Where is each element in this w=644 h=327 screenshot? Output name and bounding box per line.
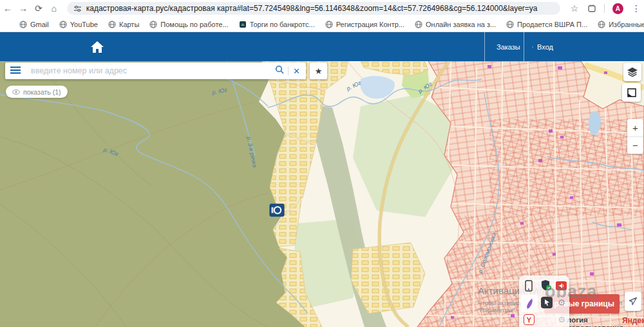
home-icon xyxy=(90,40,105,54)
cursor-tool-icon[interactable] xyxy=(541,297,553,308)
globe-favicon xyxy=(415,21,422,28)
reload-button[interactable]: ⟳ xyxy=(31,2,46,15)
globe-favicon xyxy=(325,21,333,28)
url-text[interactable]: кадастровая-карта.рус/кадастровая карта#… xyxy=(86,4,554,13)
yandex-browser-icon[interactable]: Y xyxy=(524,314,535,325)
zoom-in-button[interactable]: + xyxy=(627,119,643,137)
bookmark-item[interactable]: Онлайн заявка на з... xyxy=(411,19,500,30)
selected-parcel-marker[interactable] xyxy=(270,204,284,216)
extensions-icon[interactable] xyxy=(587,4,596,13)
settings-gear-icon[interactable]: ⚙ xyxy=(556,297,567,308)
site-settings-icon[interactable] xyxy=(73,5,82,13)
bookmark-item[interactable]: Регистрация Контр... xyxy=(321,19,408,30)
search-button[interactable] xyxy=(271,65,288,77)
area-select-icon xyxy=(627,88,637,98)
layers-button[interactable] xyxy=(623,63,641,81)
home-browser-button[interactable]: ⌂ xyxy=(46,2,62,15)
geolocation-icon xyxy=(629,297,638,306)
hamburger-icon xyxy=(10,66,21,74)
globe-favicon xyxy=(59,21,67,28)
menu-dots-icon[interactable]: ⋮ xyxy=(629,2,644,15)
login-button[interactable]: Вход xyxy=(524,32,561,61)
notification-icon[interactable] xyxy=(556,281,567,290)
search-bar: ✕ xyxy=(5,62,306,79)
globe-favicon xyxy=(506,21,514,28)
zoom-control: + − xyxy=(627,119,643,154)
bookmark-item[interactable]: Помощь по работе... xyxy=(146,19,232,30)
bookmark-item[interactable]: YouTube xyxy=(55,19,102,30)
bookmark-item[interactable]: Избранные торги... xyxy=(594,19,644,30)
phone-icon[interactable] xyxy=(523,279,535,292)
highlighter-icon[interactable] xyxy=(521,295,538,312)
area-select-button[interactable] xyxy=(622,83,641,102)
address-bar[interactable]: кадастровая-карта.рус/кадастровая карта#… xyxy=(67,2,560,15)
extension-panel: ⚙ Y ⚙ xyxy=(519,276,569,327)
back-button[interactable]: ← xyxy=(0,2,15,15)
menu-button[interactable] xyxy=(5,65,26,77)
user-icon xyxy=(532,42,533,51)
bookmark-item[interactable]: Карты xyxy=(104,19,143,30)
bookmark-star-icon[interactable]: ☆ xyxy=(567,2,582,15)
bookmark-item[interactable]: Торги по банкротс... xyxy=(235,19,319,30)
globe-favicon xyxy=(598,21,605,28)
eye-icon xyxy=(12,89,20,95)
toolbar-divider xyxy=(604,4,605,13)
layers-icon xyxy=(627,67,638,77)
geolocation-button[interactable] xyxy=(625,292,641,311)
bookmark-item[interactable]: Gmail xyxy=(15,19,53,30)
bookmarks-bar: Gmail YouTube Карты Помощь по работе... … xyxy=(0,17,644,32)
forward-button[interactable]: → xyxy=(15,2,31,15)
globe-favicon xyxy=(108,21,116,28)
profile-avatar[interactable]: A xyxy=(612,3,623,14)
clear-search-icon[interactable]: ✕ xyxy=(289,66,306,76)
favorites-button[interactable]: ★ xyxy=(310,62,327,79)
shield-check-icon[interactable] xyxy=(540,279,553,292)
star-icon: ★ xyxy=(315,66,323,76)
more-tools-icon[interactable]: ⚙ xyxy=(556,314,567,324)
torgi-favicon xyxy=(239,21,247,28)
bookmark-item[interactable]: Продается ВШРА П... xyxy=(502,19,591,30)
home-button[interactable] xyxy=(82,37,112,56)
yandex-logo[interactable]: Яндекс xyxy=(622,316,644,325)
search-input[interactable] xyxy=(26,66,271,75)
globe-favicon xyxy=(149,21,157,28)
site-header: Заказы Вход xyxy=(0,32,644,61)
show-results-button[interactable]: показать (1) xyxy=(6,86,68,98)
orders-button[interactable]: Заказы xyxy=(484,32,524,61)
zoom-out-button[interactable]: − xyxy=(627,137,643,154)
search-icon xyxy=(275,65,284,74)
globe-favicon xyxy=(19,21,27,28)
browser-toolbar: ← → ⟳ ⌂ кадастровая-карта.рус/кадастрова… xyxy=(0,0,644,17)
